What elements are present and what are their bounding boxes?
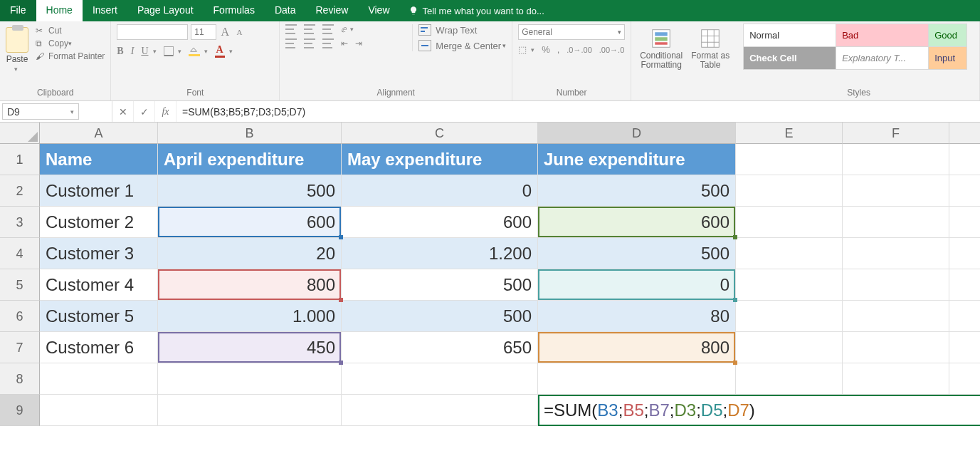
column-header-C[interactable]: C (342, 123, 538, 144)
font-color-button[interactable]: A (215, 44, 225, 58)
cell-G8[interactable] (949, 363, 980, 395)
cell-C9[interactable] (342, 395, 538, 426)
chevron-down-icon[interactable]: ▾ (350, 26, 354, 33)
cell-D3[interactable]: 600 (538, 207, 736, 238)
cell-B6[interactable]: 1.000 (158, 301, 342, 332)
align-right-button[interactable] (322, 38, 334, 48)
cell-F6[interactable] (843, 301, 949, 332)
cell-B1[interactable]: April expenditure (158, 144, 342, 175)
align-left-button[interactable] (285, 38, 297, 48)
paste-button[interactable]: Paste ▾ (6, 24, 33, 73)
comma-format-button[interactable]: , (557, 44, 560, 55)
row-header-9[interactable]: 9 (0, 395, 40, 426)
chevron-down-icon[interactable]: ▾ (229, 48, 233, 55)
cancel-button[interactable]: ✕ (112, 101, 134, 122)
cell-G1[interactable] (949, 144, 980, 175)
cell-D7[interactable]: 800 (538, 332, 736, 363)
tab-file[interactable]: File (0, 0, 36, 21)
cell-E1[interactable] (736, 144, 843, 175)
cell-E7[interactable] (736, 332, 843, 363)
cell-A6[interactable]: Customer 5 (40, 301, 158, 332)
underline-button[interactable]: U (141, 46, 148, 57)
cell-B4[interactable]: 20 (158, 238, 342, 269)
cell-C7[interactable]: 650 (342, 332, 538, 363)
cell-C2[interactable]: 0 (342, 175, 538, 207)
cell-A8[interactable] (40, 363, 158, 395)
column-header-D[interactable]: D (538, 123, 736, 144)
column-header-G[interactable]: G (949, 123, 980, 144)
chevron-down-icon[interactable]: ▾ (14, 66, 18, 73)
fill-color-button[interactable] (189, 46, 200, 56)
cell-C5[interactable]: 500 (342, 269, 538, 301)
copy-button[interactable]: ⧉Copy▾ (36, 38, 105, 48)
fx-button[interactable]: fx (155, 101, 176, 122)
select-all-corner[interactable] (0, 123, 40, 144)
column-header-F[interactable]: F (843, 123, 949, 144)
cell-G6[interactable] (949, 301, 980, 332)
cell-D9-editing[interactable]: =SUM(B3;B5;B7;D3;D5;D7) (538, 395, 980, 426)
name-box[interactable]: D9 ▾ (2, 103, 79, 120)
chevron-down-icon[interactable]: ▾ (204, 48, 208, 55)
row-header-1[interactable]: 1 (0, 144, 40, 175)
cell-F3[interactable] (843, 207, 949, 238)
cell-F1[interactable] (843, 144, 949, 175)
bold-button[interactable]: B (117, 46, 123, 57)
cell-F5[interactable] (843, 269, 949, 301)
row-header-6[interactable]: 6 (0, 301, 40, 332)
cell-B8[interactable] (158, 363, 342, 395)
tab-review[interactable]: Review (306, 0, 359, 21)
tab-page-layout[interactable]: Page Layout (127, 0, 204, 21)
tell-me[interactable]: Tell me what you want to do... (400, 0, 544, 21)
wrap-text-button[interactable]: Wrap Text (418, 24, 506, 36)
conditional-formatting-button[interactable]: Conditional Formatting (637, 24, 685, 70)
cell-A2[interactable]: Customer 1 (40, 175, 158, 207)
row-header-3[interactable]: 3 (0, 207, 40, 238)
cell-F4[interactable] (843, 238, 949, 269)
align-top-button[interactable] (285, 24, 297, 34)
cell-D1[interactable]: June expenditure (538, 144, 736, 175)
style-bad[interactable]: Bad (836, 24, 929, 47)
decrease-decimal-button[interactable]: .00→.0 (599, 46, 624, 54)
cell-A9[interactable] (40, 395, 158, 426)
cell-F8[interactable] (843, 363, 949, 395)
column-header-A[interactable]: A (40, 123, 158, 144)
cell-E3[interactable] (736, 207, 843, 238)
accounting-format-button[interactable]: ⬚ (518, 44, 527, 55)
cell-A1[interactable]: Name (40, 144, 158, 175)
chevron-down-icon[interactable]: ▾ (68, 40, 72, 47)
chevron-down-icon[interactable]: ▾ (178, 48, 181, 55)
cell-C3[interactable]: 600 (342, 207, 538, 238)
cell-G3[interactable] (949, 207, 980, 238)
chevron-down-icon[interactable]: ▾ (618, 28, 621, 36)
cell-D6[interactable]: 80 (538, 301, 736, 332)
style-explanatory[interactable]: Explanatory T... (836, 46, 929, 70)
cell-E4[interactable] (736, 238, 843, 269)
row-header-4[interactable]: 4 (0, 238, 40, 269)
row-header-8[interactable]: 8 (0, 363, 40, 395)
increase-font-button[interactable]: A (219, 26, 231, 38)
worksheet-grid[interactable]: ABCDEFG1NameApril expenditureMay expendi… (0, 123, 980, 426)
format-painter-button[interactable]: 🖌Format Painter (36, 51, 105, 61)
tab-data[interactable]: Data (265, 0, 306, 21)
column-header-B[interactable]: B (158, 123, 342, 144)
cell-F7[interactable] (843, 332, 949, 363)
column-header-E[interactable]: E (736, 123, 843, 144)
align-middle-button[interactable] (304, 24, 315, 34)
cell-B3[interactable]: 600 (158, 207, 342, 238)
cell-D8[interactable] (538, 363, 736, 395)
align-bottom-button[interactable] (322, 24, 334, 34)
decrease-indent-button[interactable]: ⇤ (341, 38, 348, 48)
style-input[interactable]: Input (928, 46, 967, 70)
italic-button[interactable]: I (131, 46, 135, 57)
row-header-5[interactable]: 5 (0, 269, 40, 301)
cell-B5[interactable]: 800 (158, 269, 342, 301)
cell-E5[interactable] (736, 269, 843, 301)
cell-B7[interactable]: 450 (158, 332, 342, 363)
cell-G7[interactable] (949, 332, 980, 363)
cell-B2[interactable]: 500 (158, 175, 342, 207)
cell-E2[interactable] (736, 175, 843, 207)
cell-G2[interactable] (949, 175, 980, 207)
tab-formulas[interactable]: Formulas (204, 0, 265, 21)
cell-E6[interactable] (736, 301, 843, 332)
cell-C8[interactable] (342, 363, 538, 395)
